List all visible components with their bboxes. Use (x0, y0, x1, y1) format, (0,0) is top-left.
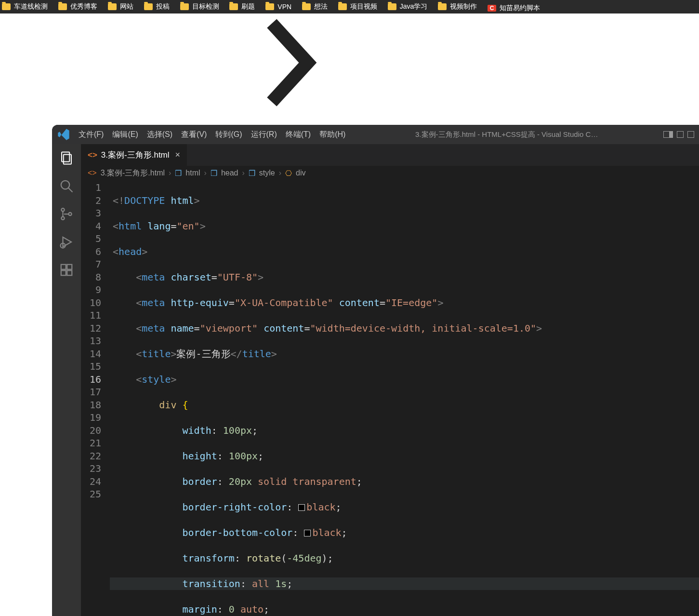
svg-rect-0 (62, 152, 69, 162)
folder-icon (144, 3, 153, 10)
chevron-right-icon: › (242, 169, 245, 177)
css-class-icon: ⎔ (285, 169, 292, 178)
breadcrumb-item[interactable]: 3.案例-三角形.html (101, 168, 165, 178)
preview-triangle-shape (258, 17, 325, 108)
svg-rect-1 (64, 155, 71, 164)
menu-terminal[interactable]: 终端(T) (281, 130, 315, 140)
menu-go[interactable]: 转到(G) (211, 130, 246, 140)
close-icon[interactable]: × (175, 150, 181, 160)
folder-icon (108, 3, 117, 10)
color-swatch-icon[interactable] (304, 530, 311, 536)
titlebar: 文件(F) 编辑(E) 选择(S) 查看(V) 转到(G) 运行(R) 终端(T… (52, 125, 699, 144)
customize-layout-icon[interactable] (687, 131, 694, 138)
bookmark-item[interactable]: VPN (265, 0, 291, 13)
html-file-icon: <> (88, 169, 97, 177)
symbol-icon: ❒ (249, 169, 255, 178)
folder-icon (265, 3, 274, 10)
bookmarks-bar: 车道线检测 优秀博客 网站 投稿 目标检测 刷题 VPN 想法 项目视频 Jav… (0, 0, 699, 13)
bookmark-label: VPN (277, 3, 291, 11)
menu-view[interactable]: 查看(V) (177, 130, 211, 140)
activity-bar (52, 144, 81, 616)
bookmark-item[interactable]: 刷题 (229, 0, 255, 13)
editor-tab[interactable]: <> 3.案例-三角形.html × (81, 144, 187, 166)
bookmark-label: Java学习 (400, 2, 428, 11)
menu-run[interactable]: 运行(R) (247, 130, 281, 140)
symbol-icon: ❒ (211, 169, 217, 178)
run-debug-icon[interactable] (59, 235, 74, 249)
svg-point-5 (61, 217, 64, 220)
folder-icon (438, 3, 447, 10)
bookmark-label: 视频制作 (450, 2, 477, 11)
breadcrumb-item[interactable]: style (259, 169, 275, 177)
editor: <> 3.案例-三角形.html × <> 3.案例-三角形.html › ❒ … (81, 144, 699, 616)
breadcrumb-item[interactable]: div (296, 169, 305, 177)
svg-rect-11 (61, 270, 66, 275)
bookmark-item[interactable]: 优秀博客 (58, 0, 97, 13)
menu-edit[interactable]: 编辑(E) (108, 130, 142, 140)
svg-marker-7 (63, 237, 72, 247)
svg-line-3 (68, 188, 73, 192)
breadcrumbs[interactable]: <> 3.案例-三角形.html › ❒ html › ❒ head › ❒ s… (81, 166, 699, 180)
bookmark-item[interactable]: 投稿 (144, 0, 170, 13)
bookmark-label: 刷题 (241, 2, 255, 11)
code-content[interactable]: <!DOCTYPE html> <html lang="en"> <head> … (110, 180, 699, 616)
bookmark-label: 项目视频 (350, 2, 377, 11)
toggle-sidebar-icon[interactable] (677, 131, 684, 138)
breadcrumb-item[interactable]: html (185, 169, 200, 177)
svg-rect-12 (67, 270, 72, 275)
bookmark-item[interactable]: 视频制作 (438, 0, 477, 13)
svg-rect-10 (67, 265, 72, 269)
extensions-icon[interactable] (59, 263, 74, 277)
folder-icon (180, 3, 189, 10)
folder-icon (338, 3, 347, 10)
chevron-right-icon: › (279, 169, 281, 177)
chevron-right-icon: › (204, 169, 207, 177)
folder-icon (302, 3, 311, 10)
svg-point-4 (61, 208, 64, 211)
bookmark-item[interactable]: C知苗易约脚本 (488, 1, 540, 13)
app-icon: C (488, 5, 496, 12)
svg-point-6 (68, 213, 71, 215)
folder-icon (2, 3, 11, 10)
bookmark-label: 目标检测 (192, 2, 219, 11)
code-editor[interactable]: 1234567891011121314151617181920212223242… (81, 180, 699, 616)
explorer-icon[interactable] (59, 151, 74, 165)
bookmark-label: 投稿 (156, 2, 170, 11)
toggle-panel-icon[interactable] (663, 131, 673, 138)
line-numbers: 1234567891011121314151617181920212223242… (81, 180, 110, 616)
folder-icon (229, 3, 238, 10)
svg-rect-9 (61, 265, 66, 269)
bookmark-label: 想法 (314, 2, 328, 11)
bookmark-item[interactable]: 项目视频 (338, 0, 377, 13)
breadcrumb-item[interactable]: head (221, 169, 238, 177)
bookmark-label: 车道线检测 (14, 2, 48, 11)
folder-icon (388, 3, 396, 10)
tab-label: 3.案例-三角形.html (101, 149, 170, 161)
vscode-window: 文件(F) 编辑(E) 选择(S) 查看(V) 转到(G) 运行(R) 终端(T… (52, 125, 699, 616)
search-icon[interactable] (59, 179, 74, 193)
vscode-logo-icon (57, 128, 70, 141)
bookmark-label: 网站 (120, 2, 133, 11)
bookmark-item[interactable]: 目标检测 (180, 0, 219, 13)
bookmark-item[interactable]: 想法 (302, 0, 328, 13)
bookmark-item[interactable]: 车道线检测 (2, 0, 48, 13)
menu-selection[interactable]: 选择(S) (143, 130, 177, 140)
bookmark-label: 优秀博客 (70, 2, 97, 11)
bookmark-item[interactable]: 网站 (108, 0, 133, 13)
folder-icon (58, 3, 67, 10)
layout-controls (663, 131, 694, 138)
bookmark-label: 知苗易约脚本 (500, 4, 540, 13)
menu-help[interactable]: 帮助(H) (315, 130, 350, 140)
bookmark-item[interactable]: Java学习 (388, 0, 428, 13)
source-control-icon[interactable] (59, 207, 74, 221)
html-file-icon: <> (88, 150, 97, 160)
window-title: 3.案例-三角形.html - HTML+CSS提高 - Visual Stud… (350, 130, 663, 139)
editor-tabs: <> 3.案例-三角形.html × (81, 144, 699, 166)
color-swatch-icon[interactable] (298, 504, 305, 511)
svg-point-2 (61, 181, 70, 189)
chevron-right-icon: › (169, 169, 171, 177)
symbol-icon: ❒ (175, 169, 182, 178)
menu-file[interactable]: 文件(F) (74, 130, 108, 140)
